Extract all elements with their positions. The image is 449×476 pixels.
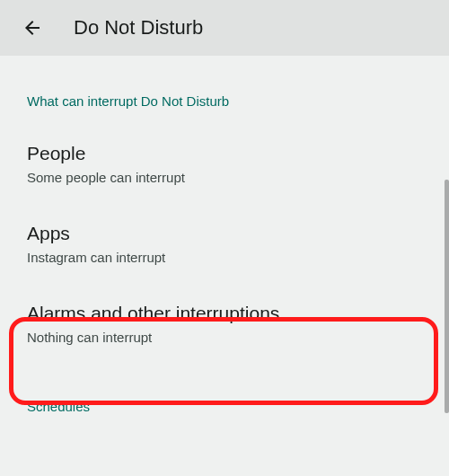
scrollbar[interactable] [445, 180, 449, 413]
list-item-apps[interactable]: Apps Instagram can interrupt [0, 205, 449, 285]
list-item-people[interactable]: People Some people can interrupt [0, 125, 449, 205]
app-bar: Do Not Disturb [0, 0, 449, 56]
content-area: What can interrupt Do Not Disturb People… [0, 56, 449, 430]
section-header-interrupt: What can interrupt Do Not Disturb [0, 56, 449, 125]
item-subtitle: Instagram can interrupt [27, 250, 422, 265]
item-title: Alarms and other interruptions [27, 303, 422, 324]
item-title: People [27, 143, 422, 164]
arrow-back-icon [22, 17, 43, 39]
item-title: Apps [27, 223, 422, 244]
item-subtitle: Some people can interrupt [27, 170, 422, 185]
item-subtitle: Nothing can interrupt [27, 330, 422, 345]
section-header-schedules: Schedules [0, 365, 449, 430]
back-button[interactable] [14, 10, 50, 46]
list-item-alarms[interactable]: Alarms and other interruptions Nothing c… [0, 285, 449, 365]
page-title: Do Not Disturb [74, 16, 203, 40]
